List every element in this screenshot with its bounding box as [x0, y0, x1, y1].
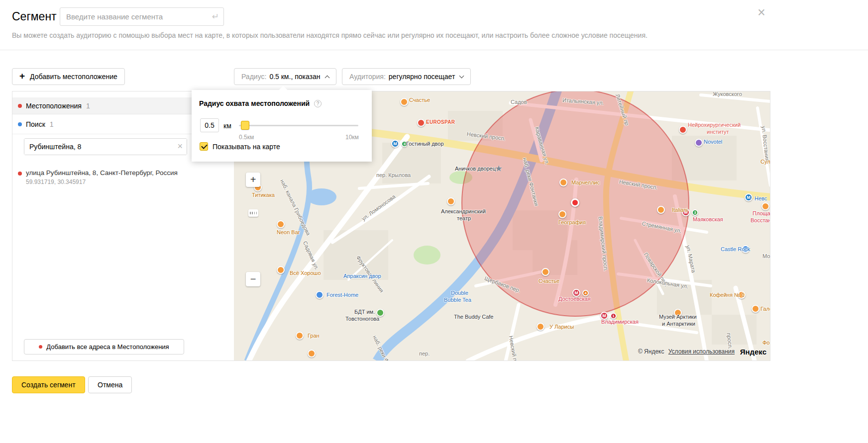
- map-attribution: © Яндекс Условия использования: [638, 348, 735, 355]
- location-dot-icon: [18, 104, 22, 108]
- map-label: Счастье: [409, 97, 430, 103]
- map-label: Castle Rock: [721, 246, 750, 253]
- radius-slider-track[interactable]: [239, 125, 358, 126]
- map-label: Галер: [760, 306, 770, 312]
- map-label: театр: [457, 215, 471, 222]
- map-label: EUROSPAR: [426, 119, 455, 125]
- map-label: ул. Марата: [685, 245, 697, 273]
- map-label: Фор: [762, 340, 770, 346]
- location-marker-icon[interactable]: [571, 198, 579, 207]
- chevron-up-icon: [325, 75, 329, 80]
- terms-of-use-link[interactable]: Условия использования: [668, 348, 735, 355]
- page-title: Сегмент: [12, 10, 57, 23]
- map-label: Невс: [755, 195, 767, 202]
- search-dot-icon: [18, 122, 22, 126]
- map-label: наб. реки Фонтанки: [371, 335, 399, 361]
- segment-name-input[interactable]: [60, 8, 223, 25]
- header-divider: [0, 50, 868, 50]
- map-label: Александринский: [441, 208, 486, 215]
- map-label: Невский просп.: [466, 131, 506, 142]
- add-location-button[interactable]: + Добавить местоположение: [12, 68, 125, 85]
- map-label: Садов: [511, 99, 527, 105]
- result-coordinates: 59.931719, 30.345917: [26, 178, 228, 185]
- result-marker-icon: [18, 172, 22, 176]
- radius-popup: Радиус охвата местоположений ? км 0.5км …: [192, 90, 372, 162]
- map-label: Novotel: [704, 139, 722, 145]
- map-label: просп.: [726, 333, 734, 350]
- map-label: Bubble Tea: [444, 297, 471, 303]
- map-label: институт: [707, 129, 729, 135]
- map-label: ул. Ломоносова: [360, 193, 397, 222]
- audience-dropdown[interactable]: Аудитория: регулярно посещает: [342, 68, 471, 85]
- map-label: Колокольная ул.: [647, 277, 689, 290]
- map-label: БДТ им.: [354, 309, 375, 315]
- map-label: Нейрохирургический: [688, 122, 741, 128]
- map-label: наб. реки Фонтанки: [522, 157, 540, 207]
- map-label: Кофейня № 1: [710, 292, 745, 298]
- map-label: пер. Крылова: [376, 172, 411, 178]
- map-label: У Ларисы: [549, 324, 574, 330]
- map-label: Гран: [308, 333, 320, 339]
- map-label: Марчеллис: [571, 179, 600, 186]
- map-label: Восстания: [751, 217, 770, 224]
- map-label: Апраксин двор: [343, 273, 381, 279]
- result-address: улица Рубинштейна, 8, Санкт-Петербург, Р…: [26, 169, 228, 177]
- map-label: The Buddy Cafe: [454, 314, 494, 320]
- map-label: Достоевская: [558, 296, 591, 302]
- map-label: Forest-Home: [326, 292, 358, 298]
- map-label: пер.: [419, 351, 430, 357]
- segment-name-field: ↵: [60, 7, 224, 26]
- clear-icon[interactable]: ×: [177, 142, 183, 151]
- add-all-label: Добавить все адреса в Местоположения: [46, 343, 169, 351]
- radius-unit-label: км: [223, 122, 231, 130]
- search-result-item[interactable]: улица Рубинштейна, 8, Санкт-Петербург, Р…: [12, 166, 234, 188]
- map-label: Караванная ул.: [534, 126, 550, 166]
- audience-label: Аудитория:: [349, 73, 386, 81]
- map-label: Сулик: [760, 159, 770, 165]
- location-dot-icon: [39, 345, 42, 349]
- show-on-map-label[interactable]: Показывать на карте: [213, 143, 280, 151]
- map-label: Музей Арктики: [659, 314, 697, 320]
- map-label: Всё Хорошо: [290, 270, 321, 276]
- radius-value-input[interactable]: [200, 118, 219, 132]
- map-label: Владимирская: [601, 319, 639, 325]
- dialog-description: Вы можете создать аудиторию с помощью вы…: [12, 31, 669, 39]
- plus-icon: +: [19, 71, 25, 82]
- slider-max-label: 10км: [345, 134, 359, 141]
- map-label: Мо: [762, 253, 770, 260]
- close-icon[interactable]: ×: [758, 6, 765, 19]
- yandex-logo[interactable]: Яндекс: [740, 348, 766, 356]
- map-copyright: © Яндекс: [638, 348, 664, 355]
- chevron-down-icon: [459, 73, 464, 78]
- segment-dialog: Сегмент ↵ × Вы можете создать аудиторию …: [0, 0, 868, 443]
- create-segment-button[interactable]: Создать сегмент: [12, 376, 85, 393]
- map-label: Титикака: [252, 192, 275, 198]
- map-label: Товстоногова: [345, 316, 379, 322]
- map-label: ул. Восстания: [760, 126, 770, 162]
- map-label: Невский просп.: [619, 178, 658, 191]
- slider-min-label: 0.5км: [239, 134, 254, 141]
- map-label: Счастье: [539, 278, 559, 284]
- popup-pointer: [279, 86, 288, 94]
- map-label: Жуковского: [713, 91, 742, 97]
- map-label: Neon Bar: [277, 229, 300, 236]
- search-count: 1: [50, 120, 54, 128]
- ruler-tool-icon[interactable]: [248, 209, 258, 217]
- audience-value: регулярно посещает: [389, 73, 455, 81]
- help-icon[interactable]: ?: [314, 100, 322, 107]
- radius-label: Радиус:: [241, 73, 266, 81]
- show-on-map-checkbox[interactable]: [200, 142, 208, 151]
- enter-icon: ↵: [212, 11, 219, 22]
- address-search-input[interactable]: [24, 139, 187, 155]
- zoom-in-button[interactable]: +: [246, 173, 260, 187]
- map-label: География: [558, 219, 586, 226]
- radius-dropdown[interactable]: Радиус: 0.5 км., показан: [234, 68, 336, 85]
- address-search-field: ×: [24, 138, 187, 155]
- map-label: Итальянская ул.: [562, 97, 604, 106]
- zoom-out-button[interactable]: −: [246, 272, 260, 286]
- cancel-button[interactable]: Отмена: [88, 376, 132, 393]
- add-all-addresses-button[interactable]: Добавить все адреса в Местоположения: [24, 339, 184, 354]
- radius-slider-handle[interactable]: [241, 121, 249, 130]
- locations-section-label: Местоположения: [26, 102, 82, 110]
- map-label: Аничков дворец: [455, 166, 496, 172]
